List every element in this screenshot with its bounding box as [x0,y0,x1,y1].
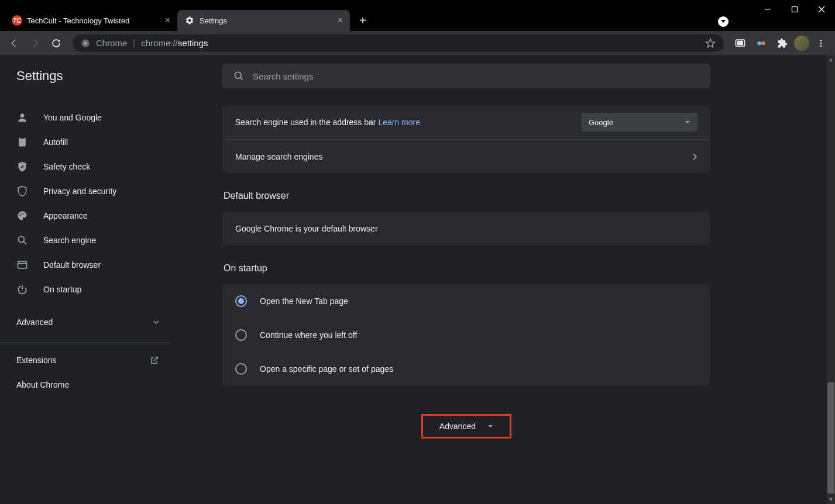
default-browser-heading: Default browser [224,191,710,201]
sidebar-divider [0,343,170,343]
palette-icon [16,210,28,222]
account-icon[interactable] [718,16,729,27]
svg-rect-7 [738,41,743,44]
sidebar-item-about[interactable]: About Chrome [0,372,181,397]
sidebar-item-on-startup[interactable]: On startup [0,277,170,302]
svg-rect-23 [18,261,27,268]
chevron-down-icon [487,423,493,429]
extensions-puzzle-icon[interactable] [773,34,792,53]
extension-glasses-icon[interactable] [752,34,771,53]
settings-header: Settings [0,55,827,97]
sidebar-item-safety-check[interactable]: Safety check [0,154,170,179]
svg-rect-17 [20,137,25,139]
browser-icon [16,259,28,271]
search-input[interactable] [253,71,700,81]
maximize-button[interactable] [781,0,808,19]
svg-point-21 [18,236,24,242]
radio-icon [235,329,247,341]
startup-option-specific-page[interactable]: Open a specific page or set of pages [222,352,710,386]
search-icon [16,234,28,246]
omnibox-separator: | [133,38,135,48]
tab-strip: TC TechCult - Technology Twisted × Setti… [0,0,835,31]
svg-line-22 [23,241,26,244]
svg-point-10 [820,40,822,42]
advanced-button[interactable]: Advanced [421,414,511,439]
bookmark-star-icon[interactable] [705,38,716,49]
svg-point-11 [820,42,822,44]
svg-point-5 [84,42,87,44]
sidebar-item-default-browser[interactable]: Default browser [0,253,170,277]
back-button[interactable] [5,34,23,53]
sidebar-extensions-label: Extensions [16,355,56,365]
search-engine-select[interactable]: Google [582,113,697,132]
search-settings-box[interactable] [222,64,710,88]
sidebar-item-label: Autofill [43,137,68,147]
sidebar-item-label: On startup [43,285,81,294]
scroll-down-arrow[interactable]: ▼ [827,495,835,504]
sidebar-advanced-label: Advanced [16,317,53,327]
chevron-down-icon [153,319,159,325]
extension-screen-icon[interactable] [731,34,750,53]
close-button[interactable] [808,0,835,19]
sidebar-item-you-and-google[interactable]: You and Google [0,105,170,130]
scroll-up-arrow[interactable]: ▲ [827,55,835,64]
search-engine-row: Search engine used in the address bar Le… [222,105,710,139]
on-startup-heading: On startup [224,263,710,274]
vertical-scrollbar[interactable]: ▲ ▼ [827,55,835,504]
svg-rect-1 [792,7,798,12]
close-icon[interactable]: × [165,15,170,26]
sidebar-advanced-toggle[interactable]: Advanced [0,310,181,334]
scroll-thumb[interactable] [827,382,834,493]
chevron-right-icon [693,153,697,160]
startup-option-continue[interactable]: Continue where you left off [222,318,710,352]
sidebar-item-label: You and Google [43,113,102,122]
default-browser-row: Google Chrome is your default browser [222,212,710,246]
browser-toolbar: Chrome | chrome://settings [0,31,835,55]
reload-button[interactable] [47,34,66,53]
svg-line-14 [240,78,243,80]
startup-option-new-tab[interactable]: Open the New Tab page [222,284,710,318]
svg-point-15 [20,113,25,118]
chrome-icon [81,39,90,48]
sidebar-item-extensions[interactable]: Extensions [0,348,181,372]
external-link-icon [150,355,159,365]
forward-button[interactable] [26,34,44,53]
minimize-button[interactable] [754,0,781,19]
svg-point-13 [235,72,241,78]
search-engine-selected: Google [589,118,613,127]
new-tab-button[interactable]: + [355,12,371,29]
advanced-button-label: Advanced [439,422,476,431]
svg-rect-16 [19,138,26,147]
settings-sidebar: You and Google Autofill Safety check Pri… [0,55,181,504]
power-icon [16,284,28,295]
startup-option-label: Continue where you left off [260,330,357,340]
search-engine-row-label: Search engine used in the address bar [235,118,376,127]
learn-more-link[interactable]: Learn more [378,118,420,127]
sidebar-item-label: Search engine [43,236,96,245]
startup-option-label: Open a specific page or set of pages [260,364,393,374]
manage-search-label: Manage search engines [235,152,693,161]
sidebar-item-autofill[interactable]: Autofill [0,130,170,154]
chevron-down-icon [685,119,690,125]
settings-content: Search engine used in the address bar Le… [181,55,835,504]
radio-icon [235,363,247,375]
close-icon[interactable]: × [338,15,343,26]
omnibox-url: chrome://settings [141,38,208,48]
clipboard-icon [16,136,28,148]
startup-option-label: Open the New Tab page [260,296,348,306]
sidebar-item-search-engine[interactable]: Search engine [0,228,170,253]
sidebar-item-label: Default browser [43,260,101,270]
techcult-favicon: TC [12,15,22,26]
sidebar-item-privacy-security[interactable]: Privacy and security [0,179,170,203]
sidebar-item-appearance[interactable]: Appearance [0,203,170,228]
sidebar-item-label: Appearance [43,211,88,220]
menu-button[interactable] [812,34,830,53]
tab-settings[interactable]: Settings × [177,10,350,31]
svg-point-8 [757,41,761,45]
tab-techcult[interactable]: TC TechCult - Technology Twisted × [5,10,177,31]
tab-title: Settings [200,16,333,25]
address-bar[interactable]: Chrome | chrome://settings [73,34,724,52]
manage-search-engines-row[interactable]: Manage search engines [222,139,710,173]
profile-avatar[interactable] [794,36,809,51]
shield-check-icon [16,161,28,172]
